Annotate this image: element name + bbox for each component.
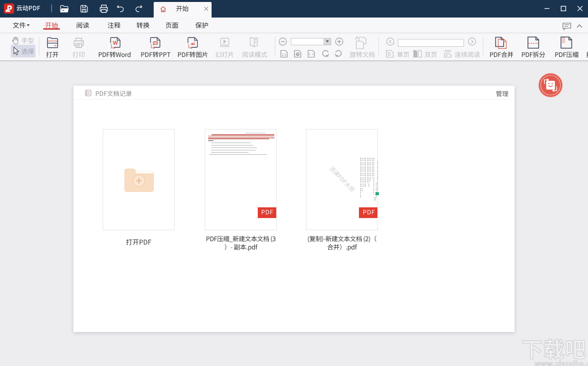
svg-text:1:1: 1:1 [282,53,286,56]
svg-text:W: W [113,40,118,46]
